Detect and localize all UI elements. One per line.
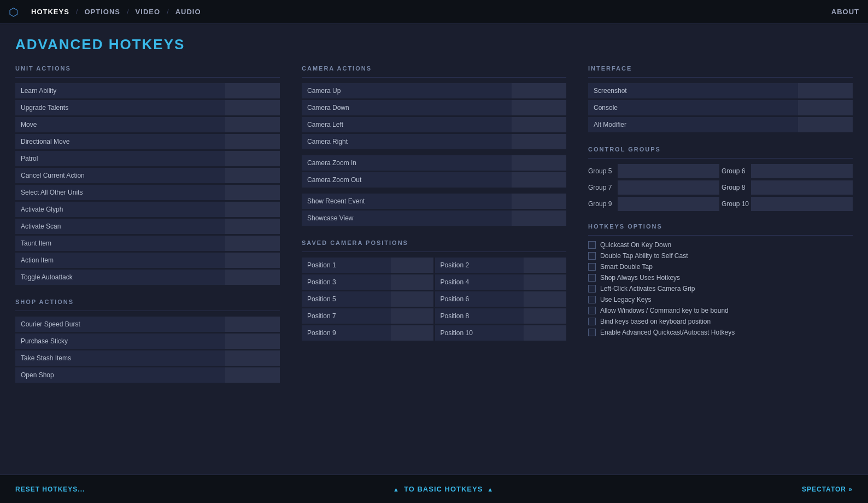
select-all-other-units-input[interactable] xyxy=(225,185,280,200)
pos-9-input[interactable] xyxy=(391,325,433,341)
pos-6-input[interactable] xyxy=(524,291,566,307)
courier-speed-burst-input[interactable] xyxy=(225,317,280,332)
pos-5-input[interactable] xyxy=(391,291,433,307)
nav-video[interactable]: VIDEO xyxy=(130,8,166,16)
hotkey-row-purchase-sticky: Purchase Sticky xyxy=(15,334,280,349)
nav-hotkeys[interactable]: HOTKEYS xyxy=(26,8,75,16)
pos-7-input[interactable] xyxy=(391,308,433,324)
pos-row-8: Position 8 xyxy=(435,308,567,324)
action-item-input[interactable] xyxy=(225,253,280,268)
camera-down-input[interactable] xyxy=(512,100,566,115)
double-tap-checkbox[interactable] xyxy=(588,252,596,260)
nav-sep-3: / xyxy=(167,8,169,16)
spectator-button[interactable]: SPECTATOR » xyxy=(802,486,853,493)
shop-always-uses-hotkeys-label: Shop Always Uses Hotkeys xyxy=(600,274,680,282)
use-legacy-keys-label: Use Legacy Keys xyxy=(600,296,651,303)
activate-glyph-input[interactable] xyxy=(225,202,280,217)
enable-advanced-quickcast-checkbox[interactable] xyxy=(588,329,596,336)
group8-input[interactable] xyxy=(751,180,853,195)
show-recent-event-label: Show Recent Event xyxy=(302,194,512,209)
reset-hotkeys-button[interactable]: RESET HOTKEYS... xyxy=(15,486,85,493)
group7-input[interactable] xyxy=(618,180,719,195)
nav-options[interactable]: OPTIONS xyxy=(79,8,126,16)
pos-row-1: Position 1 xyxy=(302,258,433,273)
directional-move-input[interactable] xyxy=(225,134,280,149)
nav-sep-1: / xyxy=(76,8,78,16)
take-stash-items-input[interactable] xyxy=(225,350,280,366)
move-input[interactable] xyxy=(225,117,280,132)
column-camera-actions: CAMERA ACTIONS Camera Up Camera Down Cam… xyxy=(302,62,566,474)
pos-1-input[interactable] xyxy=(391,258,433,273)
activate-scan-input[interactable] xyxy=(225,219,280,234)
shop-always-uses-hotkeys-checkbox[interactable] xyxy=(588,274,596,282)
group8-label: Group 8 xyxy=(722,184,751,191)
checkbox-quickcast-on-key-down[interactable]: Quickcast On Key Down xyxy=(588,241,853,249)
showcase-view-input[interactable] xyxy=(512,210,566,226)
camera-left-label: Camera Left xyxy=(302,117,512,132)
camera-left-input[interactable] xyxy=(512,117,566,132)
pos-10-input[interactable] xyxy=(524,325,566,341)
alt-modifier-label: Alt Modifier xyxy=(588,117,798,132)
pos-3-input[interactable] xyxy=(391,274,433,290)
show-recent-event-input[interactable] xyxy=(512,194,566,209)
group9-input[interactable] xyxy=(618,197,719,211)
cancel-current-action-label: Cancel Current Action xyxy=(15,168,225,183)
pos-row-2: Position 2 xyxy=(435,258,567,273)
cg-row-10: Group 10 xyxy=(722,197,853,211)
checkbox-double-tap[interactable]: Double Tap Ability to Self Cast xyxy=(588,252,853,260)
group5-input[interactable] xyxy=(618,164,719,178)
cg-row-9: Group 9 xyxy=(588,197,719,211)
bind-keyboard-position-checkbox[interactable] xyxy=(588,318,596,325)
checkbox-shop-always-uses-hotkeys[interactable]: Shop Always Uses Hotkeys xyxy=(588,274,853,282)
nav-sep-2: / xyxy=(127,8,129,16)
hotkey-row-console: Console xyxy=(588,100,853,115)
checkbox-left-click-camera-grip[interactable]: Left-Click Activates Camera Grip xyxy=(588,285,853,293)
checkbox-use-legacy-keys[interactable]: Use Legacy Keys xyxy=(588,296,853,303)
checkbox-enable-advanced-quickcast[interactable]: Enable Advanced Quickcast/Autocast Hotke… xyxy=(588,329,853,336)
screenshot-input[interactable] xyxy=(798,83,853,98)
checkbox-allow-windows-key[interactable]: Allow Windows / Command key to be bound xyxy=(588,307,853,314)
left-click-camera-grip-label: Left-Click Activates Camera Grip xyxy=(600,285,695,293)
learn-ability-input[interactable] xyxy=(225,83,280,98)
to-basic-hotkeys-button[interactable]: ▲ TO BASIC HOTKEYS ▲ xyxy=(393,485,494,493)
enable-advanced-quickcast-label: Enable Advanced Quickcast/Autocast Hotke… xyxy=(600,329,735,336)
use-legacy-keys-checkbox[interactable] xyxy=(588,296,596,303)
cg-row-6: Group 6 xyxy=(722,164,853,178)
left-click-camera-grip-checkbox[interactable] xyxy=(588,285,596,293)
pos-4-input[interactable] xyxy=(524,274,566,290)
toggle-autoattack-input[interactable] xyxy=(225,270,280,285)
camera-right-input[interactable] xyxy=(512,134,566,149)
hotkey-row-upgrade-talents: Upgrade Talents xyxy=(15,100,280,115)
camera-zoom-out-input[interactable] xyxy=(512,172,566,188)
upgrade-talents-input[interactable] xyxy=(225,100,280,115)
group5-label: Group 5 xyxy=(588,167,618,175)
allow-windows-key-checkbox[interactable] xyxy=(588,307,596,314)
pos-row-10: Position 10 xyxy=(435,325,567,341)
purchase-sticky-input[interactable] xyxy=(225,334,280,349)
group10-input[interactable] xyxy=(751,197,853,211)
hotkey-row-take-stash-items: Take Stash Items xyxy=(15,350,280,366)
taunt-item-input[interactable] xyxy=(225,236,280,251)
pos-2-input[interactable] xyxy=(524,258,566,273)
nav-about[interactable]: ABOUT xyxy=(831,8,859,16)
column-interface: INTERFACE Screenshot Console Alt Modifie… xyxy=(588,62,853,474)
camera-up-input[interactable] xyxy=(512,83,566,98)
hotkey-row-camera-up: Camera Up xyxy=(302,83,566,98)
camera-zoom-in-input[interactable] xyxy=(512,155,566,171)
cancel-current-action-input[interactable] xyxy=(225,168,280,183)
checkbox-smart-double-tap[interactable]: Smart Double Tap xyxy=(588,263,853,271)
hotkey-row-screenshot: Screenshot xyxy=(588,83,853,98)
smart-double-tap-checkbox[interactable] xyxy=(588,263,596,271)
group6-input[interactable] xyxy=(751,164,853,178)
console-input[interactable] xyxy=(798,100,853,115)
checkbox-bind-keyboard-position[interactable]: Bind keys based on keyboard position xyxy=(588,318,853,325)
nav-audio[interactable]: AUDIO xyxy=(170,8,207,16)
cg-row-5: Group 5 xyxy=(588,164,719,178)
positions-grid: Position 1 Position 2 Position 3 Positio… xyxy=(302,258,566,341)
alt-modifier-input[interactable] xyxy=(798,117,853,132)
pos-8-input[interactable] xyxy=(524,308,566,324)
patrol-input[interactable] xyxy=(225,151,280,166)
quickcast-on-key-down-checkbox[interactable] xyxy=(588,241,596,249)
open-shop-input[interactable] xyxy=(225,367,280,383)
page-title: ADVANCED HOTKEYS xyxy=(0,24,868,62)
